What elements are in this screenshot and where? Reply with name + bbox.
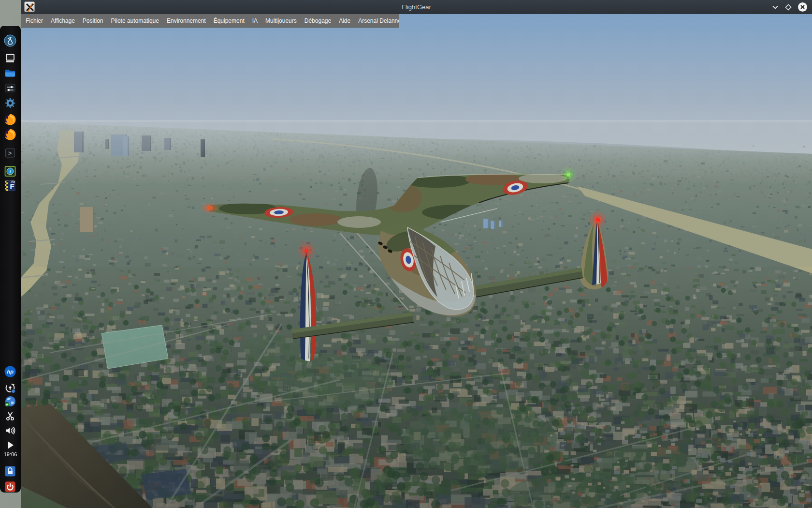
flightgear-3d-view[interactable] [21, 14, 812, 508]
window-controls [772, 0, 807, 14]
software-updater-icon[interactable] [4, 382, 16, 394]
hp-device-icon[interactable]: hp [4, 365, 16, 378]
menu-item-aide[interactable]: Aide [335, 17, 354, 24]
network-globe-icon[interactable] [4, 395, 16, 408]
system-settings-gear-icon[interactable] [4, 97, 16, 109]
simulator-viewport: Fichier Affichage Position Pilote automa… [21, 14, 812, 508]
close-icon [800, 4, 805, 10]
svg-text:hp: hp [7, 369, 14, 374]
firefox-alt-icon[interactable] [4, 128, 16, 141]
dock-panel: > i F hp 19:06 [0, 25, 21, 493]
terminal-icon[interactable]: > [4, 147, 16, 159]
menu-item-multijoueurs[interactable]: Multijoueurs [261, 17, 301, 24]
close-button[interactable] [798, 2, 807, 12]
firefox-icon[interactable] [4, 113, 16, 126]
media-play-icon[interactable] [4, 439, 16, 451]
menu-item-affichage[interactable]: Affichage [47, 17, 79, 24]
dock-separator [3, 142, 17, 142]
menu-item-pilote-automatique[interactable]: Pilote automatique [107, 17, 163, 24]
power-button-icon[interactable] [4, 480, 16, 493]
menu-item-environnement[interactable]: Environnement [163, 17, 210, 24]
displays-icon[interactable] [4, 52, 16, 64]
title-bar[interactable]: FlightGear [21, 0, 812, 14]
chemistry-app-icon[interactable] [4, 34, 16, 47]
flightgear-window: Fichier Affichage Position Pilote automa… [21, 0, 812, 508]
window-title: FlightGear [21, 3, 812, 11]
menu-item-arsenal-delanne-10[interactable]: Arsenal Delanne 10 [354, 17, 399, 24]
system-info-icon[interactable]: i [4, 165, 16, 178]
maximize-button[interactable] [785, 4, 792, 11]
volume-icon[interactable] [4, 424, 16, 437]
menu-item-debogage[interactable]: Débogage [301, 17, 335, 24]
lock-screen-icon[interactable] [4, 465, 16, 478]
menu-item-ia[interactable]: IA [248, 17, 261, 24]
menu-item-fichier[interactable]: Fichier [22, 17, 47, 24]
dock-clock[interactable]: 19:06 [0, 451, 21, 457]
settings-sliders-icon[interactable] [4, 82, 16, 94]
menu-item-equipement[interactable]: Équipement [210, 17, 248, 24]
menu-item-position[interactable]: Position [79, 17, 107, 24]
file-manager-icon[interactable] [4, 67, 16, 79]
screenshot-tool-scissors-icon[interactable] [4, 410, 16, 422]
menu-bar: Fichier Affichage Position Pilote automa… [21, 14, 399, 28]
flightgear-icon[interactable]: F [4, 179, 16, 192]
svg-text:>: > [8, 150, 12, 157]
shade-button[interactable] [772, 5, 779, 10]
svg-text:F: F [10, 182, 14, 191]
